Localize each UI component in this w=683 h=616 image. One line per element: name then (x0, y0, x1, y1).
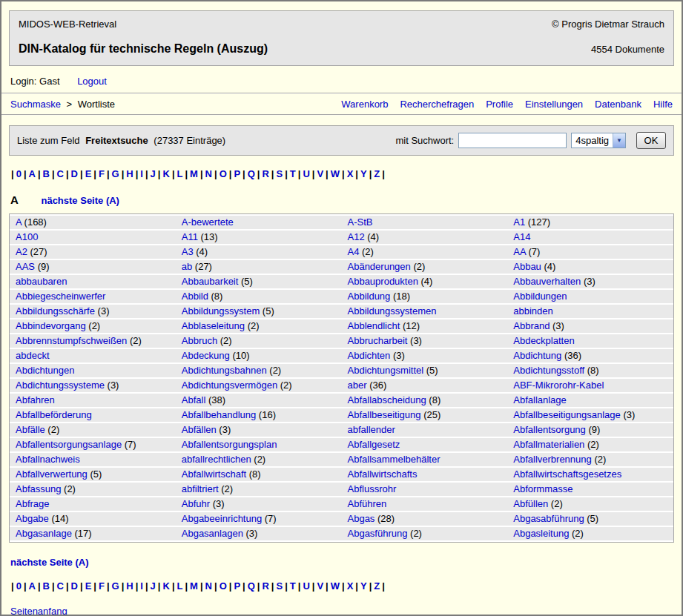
term-link[interactable]: Abbaubarkeit (182, 276, 239, 287)
term-link[interactable]: abfiltriert (182, 483, 219, 494)
term-link[interactable]: Abgas (348, 513, 375, 524)
term-link[interactable]: Abfassung (16, 483, 61, 494)
alphabet-link-V[interactable]: V (317, 168, 323, 179)
breadcrumb-suchmaske[interactable]: Suchmaske (10, 99, 61, 110)
alphabet-link-R[interactable]: R (262, 168, 268, 179)
alphabet-link-M[interactable]: M (190, 580, 198, 592)
term-link[interactable]: Abbildungsschärfe (16, 305, 95, 317)
alphabet-link-A[interactable]: A (29, 168, 36, 179)
nav-link-recherchefragen[interactable]: Recherchefragen (400, 99, 474, 110)
alphabet-link-N[interactable]: N (205, 580, 212, 592)
alphabet-link-E[interactable]: E (85, 580, 92, 592)
next-page-link-bottom[interactable]: nächste Seite (A) (10, 557, 673, 568)
alphabet-link-I[interactable]: I (140, 580, 143, 592)
term-link[interactable]: Abfällen (182, 424, 217, 435)
term-link[interactable]: AA (513, 246, 526, 257)
term-link[interactable]: Abgabe (16, 513, 49, 524)
column-count-select[interactable]: 4spaltig ▼ (571, 133, 626, 148)
alphabet-link-L[interactable]: L (177, 168, 183, 179)
term-link[interactable]: Abbindevorgang (16, 320, 86, 331)
term-link[interactable]: A3 (182, 246, 194, 257)
alphabet-link-C[interactable]: C (57, 168, 64, 179)
term-link[interactable]: Abbildungssystemen (348, 305, 437, 317)
term-link[interactable]: A2 (16, 246, 27, 257)
alphabet-link-Q[interactable]: Q (248, 580, 255, 592)
term-link[interactable]: Abfrage (16, 498, 50, 509)
alphabet-link-X[interactable]: X (347, 580, 354, 592)
term-link[interactable]: A-StB (348, 216, 373, 228)
alphabet-link-W[interactable]: W (331, 580, 340, 592)
term-link[interactable]: Abfallwirtschaftsgesetzes (513, 468, 621, 480)
term-link[interactable]: Abflussrohr (348, 483, 397, 494)
term-link[interactable]: A11 (182, 231, 198, 242)
term-link[interactable]: abbinden (513, 305, 553, 317)
alphabet-link-X[interactable]: X (347, 168, 354, 179)
term-link[interactable]: Abfallsammelbehälter (348, 454, 441, 465)
term-link[interactable]: Abfahren (16, 394, 55, 405)
term-link[interactable]: ab (182, 261, 192, 272)
alphabet-link-B[interactable]: B (43, 580, 50, 592)
alphabet-link-K[interactable]: K (162, 168, 169, 179)
term-link[interactable]: Abbildungssystem (182, 305, 260, 317)
term-link[interactable]: Abfallgesetz (348, 439, 400, 450)
alphabet-link-P[interactable]: P (234, 580, 240, 592)
term-link[interactable]: Abführen (348, 498, 387, 509)
term-link[interactable]: Abdeckung (182, 350, 230, 361)
term-link[interactable]: Abfall (182, 394, 206, 405)
term-link[interactable]: Abbrucharbeit (348, 335, 408, 346)
term-link[interactable]: Abdichtungsbahnen (182, 365, 267, 376)
alphabet-link-R[interactable]: R (262, 580, 268, 592)
term-link[interactable]: A-bewertete (182, 216, 234, 228)
term-link[interactable]: Abbauprodukten (348, 276, 418, 287)
alphabet-link-J[interactable]: J (151, 580, 156, 592)
logout-link[interactable]: Logout (77, 76, 107, 87)
nav-link-profile[interactable]: Profile (486, 99, 513, 110)
term-link[interactable]: Abdichtung (513, 350, 561, 361)
search-input[interactable] (458, 133, 567, 148)
term-link[interactable]: A14 (513, 231, 530, 242)
alphabet-link-Y[interactable]: Y (360, 168, 367, 179)
term-link[interactable]: Abfallbeförderung (16, 409, 92, 420)
alphabet-link-F[interactable]: F (99, 168, 105, 179)
alphabet-link-J[interactable]: J (151, 168, 156, 179)
alphabet-link-O[interactable]: O (220, 168, 227, 179)
term-link[interactable]: Abdichtungen (16, 365, 75, 376)
alphabet-link-U[interactable]: U (303, 580, 309, 592)
alphabet-link-U[interactable]: U (303, 168, 309, 179)
term-link[interactable]: abfallender (348, 424, 395, 435)
alphabet-link-Z[interactable]: Z (374, 168, 380, 179)
term-link[interactable]: Abfallverbrennung (513, 454, 592, 465)
alphabet-link-Q[interactable]: Q (248, 168, 255, 179)
term-link[interactable]: Abfallbehandlung (182, 409, 256, 420)
term-link[interactable]: abfallrechtlichen (182, 454, 251, 465)
term-link[interactable]: Abfallmaterialien (513, 439, 584, 450)
term-link[interactable]: Abgasleitung (513, 528, 569, 539)
term-link[interactable]: Abbildung (348, 291, 391, 302)
term-link[interactable]: AAS (16, 261, 35, 272)
term-link[interactable]: A (16, 216, 22, 228)
term-link[interactable]: Abbild (182, 291, 208, 302)
term-link[interactable]: Abgasanlagen (182, 528, 243, 539)
term-link[interactable]: Abfüllen (513, 498, 548, 509)
term-link[interactable]: A100 (16, 231, 38, 242)
alphabet-link-0[interactable]: 0 (16, 580, 22, 592)
alphabet-link-P[interactable]: P (234, 168, 240, 179)
term-link[interactable]: A1 (513, 216, 525, 228)
term-link[interactable]: Abänderungen (348, 261, 411, 272)
term-link[interactable]: Abfallwirtschafts (348, 468, 418, 480)
alphabet-link-V[interactable]: V (317, 580, 323, 592)
term-link[interactable]: Abgasanlage (16, 528, 72, 539)
term-link[interactable]: Abbruch (182, 335, 217, 346)
term-link[interactable]: Abdichten (348, 350, 391, 361)
term-link[interactable]: Abdichtungsvermögen (182, 380, 277, 391)
term-link[interactable]: Abbrennstumpfschweißen (16, 335, 127, 346)
term-link[interactable]: Abfälle (16, 424, 45, 435)
nav-link-warenkorb[interactable]: Warenkorb (341, 99, 388, 110)
alphabet-link-E[interactable]: E (85, 168, 92, 179)
alphabet-link-G[interactable]: G (112, 168, 119, 179)
term-link[interactable]: Abbiegescheinwerfer (16, 291, 105, 302)
alphabet-link-T[interactable]: T (290, 580, 296, 592)
nav-link-hilfe[interactable]: Hilfe (653, 99, 673, 110)
term-link[interactable]: abbaubaren (16, 276, 67, 287)
alphabet-link-F[interactable]: F (99, 580, 105, 592)
